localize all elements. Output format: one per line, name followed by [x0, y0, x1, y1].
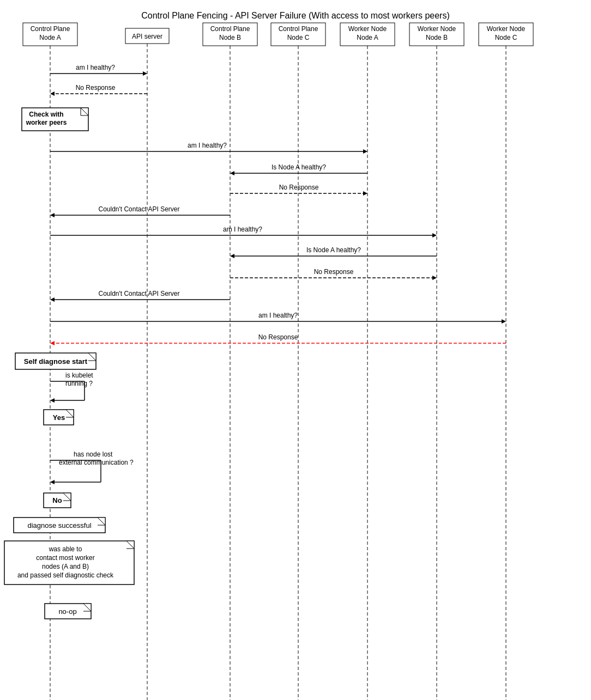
svg-text:worker peers: worker peers	[26, 119, 67, 126]
svg-text:Node B: Node B	[219, 34, 241, 41]
svg-text:was able to: was able to	[49, 545, 82, 553]
svg-line-104	[83, 604, 91, 611]
diagram-container: Control Plane Fencing - API Server Failu…	[0, 0, 591, 700]
svg-text:Worker Node: Worker Node	[418, 25, 456, 33]
svg-marker-59	[50, 297, 55, 302]
svg-text:No: No	[52, 496, 62, 504]
svg-text:am I healthy?: am I healthy?	[223, 226, 262, 233]
svg-text:am I healthy?: am I healthy?	[76, 64, 115, 71]
svg-text:external communication ?: external communication ?	[59, 459, 134, 466]
svg-rect-91	[14, 518, 105, 533]
svg-marker-38	[363, 149, 367, 154]
svg-text:contact most worker: contact most worker	[36, 554, 94, 562]
svg-line-97	[126, 541, 134, 549]
svg-text:Node A: Node A	[357, 34, 378, 41]
svg-line-69	[88, 353, 96, 361]
svg-text:Check with: Check with	[29, 111, 63, 118]
svg-marker-56	[432, 276, 437, 280]
svg-rect-3	[125, 28, 169, 44]
svg-marker-53	[230, 254, 234, 258]
svg-rect-77	[44, 410, 74, 425]
svg-line-88	[63, 493, 71, 501]
svg-rect-17	[479, 23, 533, 46]
svg-text:Node A: Node A	[39, 34, 61, 41]
svg-text:Couldn't Contact API Server: Couldn't Contact API Server	[98, 205, 179, 213]
svg-rect-95	[4, 541, 134, 585]
svg-text:Node C: Node C	[287, 34, 310, 41]
svg-text:Yes: Yes	[53, 413, 65, 422]
diagram-title: Control Plane Fencing - API Server Failu…	[5, 11, 586, 21]
svg-marker-50	[432, 233, 437, 238]
svg-line-79	[66, 410, 74, 417]
svg-text:No Response: No Response	[258, 333, 298, 341]
svg-rect-33	[22, 108, 88, 131]
svg-text:Is Node A healthy?: Is Node A healthy?	[272, 163, 326, 171]
svg-text:API server: API server	[132, 33, 162, 40]
svg-marker-74	[50, 398, 55, 403]
svg-text:has node lost: has node lost	[74, 451, 113, 458]
svg-text:Control Plane: Control Plane	[31, 25, 70, 33]
svg-text:and passed self diagnostic che: and passed self diagnostic check	[17, 571, 114, 579]
svg-line-89	[63, 493, 71, 501]
svg-marker-62	[502, 319, 506, 324]
svg-marker-47	[50, 213, 55, 217]
svg-text:am I healthy?: am I healthy?	[258, 312, 298, 319]
svg-text:no-op: no-op	[58, 607, 76, 616]
svg-line-96	[126, 541, 134, 549]
svg-line-93	[98, 518, 105, 525]
svg-text:Couldn't Contact API Server: Couldn't Contact API Server	[98, 290, 179, 297]
svg-marker-84	[50, 480, 55, 484]
svg-line-78	[66, 410, 74, 417]
svg-marker-28	[143, 71, 147, 76]
svg-text:Self diagnose start: Self diagnose start	[24, 357, 88, 366]
svg-text:Node C: Node C	[495, 34, 517, 41]
svg-text:diagnose successful: diagnose successful	[27, 521, 91, 529]
svg-text:No Response: No Response	[76, 84, 116, 92]
svg-text:am I healthy?: am I healthy?	[188, 142, 227, 149]
svg-text:Is Node A healthy?: Is Node A healthy?	[306, 246, 361, 254]
svg-rect-11	[340, 23, 395, 46]
svg-line-92	[98, 518, 105, 525]
svg-text:Worker Node: Worker Node	[487, 25, 526, 33]
svg-text:No Response: No Response	[314, 268, 354, 276]
svg-text:is kubelet: is kubelet	[65, 372, 93, 379]
svg-marker-65	[50, 341, 55, 345]
svg-marker-31	[50, 92, 55, 96]
svg-text:Node B: Node B	[426, 34, 448, 41]
svg-rect-102	[45, 604, 91, 619]
svg-rect-14	[409, 23, 464, 46]
svg-text:Control Plane: Control Plane	[210, 25, 250, 33]
svg-rect-5	[203, 23, 257, 46]
svg-rect-8	[271, 23, 325, 46]
svg-line-34	[81, 108, 88, 115]
svg-text:Control Plane: Control Plane	[279, 25, 318, 33]
svg-marker-41	[230, 171, 234, 175]
svg-line-68	[88, 353, 96, 361]
svg-rect-87	[44, 493, 71, 508]
svg-text:running ?: running ?	[65, 380, 93, 387]
svg-rect-0	[23, 23, 77, 46]
svg-marker-44	[363, 191, 367, 196]
svg-text:Worker Node: Worker Node	[348, 25, 387, 33]
svg-rect-67	[15, 353, 96, 369]
svg-text:No Response: No Response	[279, 184, 319, 191]
svg-text:nodes (A and B): nodes (A and B)	[42, 563, 89, 570]
svg-line-103	[83, 604, 91, 611]
